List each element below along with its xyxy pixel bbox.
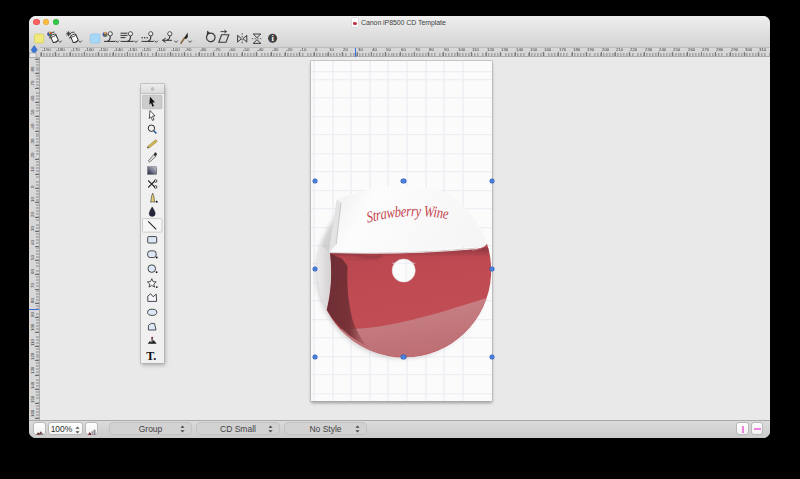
svg-text:T.: T. bbox=[146, 349, 156, 363]
